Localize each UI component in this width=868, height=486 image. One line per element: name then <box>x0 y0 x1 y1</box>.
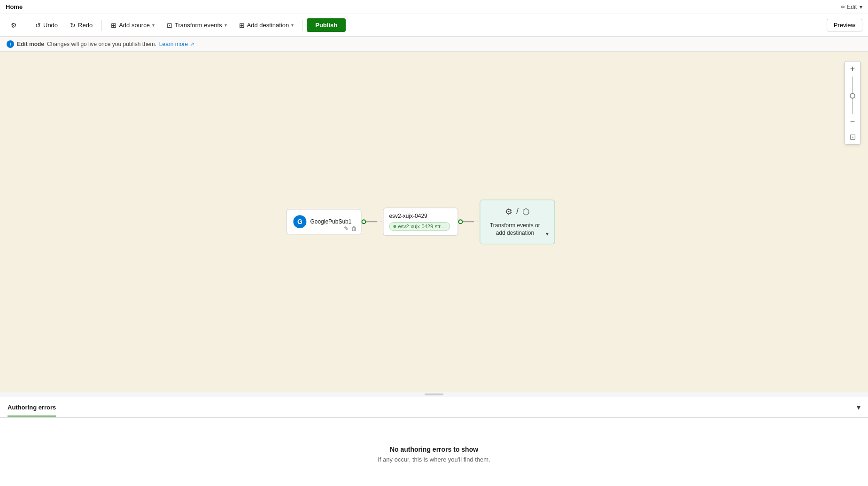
event-title: esv2-xujx-0429 <box>389 213 452 220</box>
publish-button[interactable]: Publish <box>307 18 346 32</box>
bottom-panel: Authoring errors ▾ No authoring errors t… <box>0 397 868 486</box>
connector-2: → <box>458 219 480 225</box>
no-errors-label: No authoring errors to show <box>390 446 478 453</box>
connector-1: → <box>361 219 383 225</box>
preview-button[interactable]: Preview <box>827 19 862 31</box>
connector-line-2 <box>463 222 474 223</box>
transform-chevron-down[interactable]: ▾ <box>546 231 549 237</box>
redo-button[interactable]: ↻ Redo <box>65 19 98 32</box>
settings-icon: ⚙ <box>11 22 17 29</box>
add-destination-button[interactable]: ⊞ Add destination ▾ <box>234 19 299 32</box>
collapse-panel-icon[interactable]: ▾ <box>857 403 860 412</box>
add-source-icon: ⊞ <box>111 22 116 29</box>
separator: / <box>516 207 519 216</box>
add-source-chevron: ▾ <box>152 23 155 28</box>
source-node-actions: ✎ 🗑 <box>344 226 357 232</box>
export-icon: ⬡ <box>522 207 530 217</box>
toolbar-divider-2 <box>101 20 102 31</box>
connector-line-1 <box>366 222 377 223</box>
redo-label: Redo <box>78 22 93 29</box>
title-bar-right: ✏ Edit ▾ <box>841 4 862 10</box>
transform-chevron: ▾ <box>225 23 227 28</box>
bottom-panel-header: Authoring errors ▾ <box>0 397 868 418</box>
add-source-label: Add source <box>119 22 150 29</box>
drag-handle <box>425 393 443 395</box>
settings-button[interactable]: ⚙ <box>6 19 22 32</box>
zoom-out-button[interactable]: − <box>845 114 860 129</box>
toolbar-divider-3 <box>302 20 303 31</box>
zoom-slider-thumb <box>850 93 855 99</box>
zoom-fit-button[interactable]: ⊡ <box>845 129 860 144</box>
transform-icons: ⚙ / ⬡ <box>505 207 530 217</box>
event-node[interactable]: esv2-xujx-0429 esv2-xujx-0429-str.... <box>383 208 458 236</box>
transform-events-label: Transform events <box>175 22 222 29</box>
edit-label[interactable]: ✏ Edit <box>841 4 857 10</box>
flow-diagram: G GooglePubSub1 ✎ 🗑 → esv2-xujx-0429 esv… <box>286 200 555 245</box>
source-label: GooglePubSub1 <box>310 219 351 225</box>
learn-more-icon: ↗ <box>190 41 194 47</box>
add-source-button[interactable]: ⊞ Add source ▾ <box>106 19 160 32</box>
transform-icon: ⊡ <box>167 22 172 29</box>
canvas: + − ⊡ G GooglePubSub1 ✎ 🗑 → <box>0 52 868 392</box>
delete-node-icon[interactable]: 🗑 <box>351 226 357 232</box>
transform-label: Transform events or add destination <box>486 222 544 238</box>
connector-dot-2 <box>458 220 463 224</box>
zoom-slider-track <box>852 77 853 114</box>
undo-icon: ↺ <box>35 22 41 29</box>
source-node[interactable]: G GooglePubSub1 ✎ 🗑 <box>286 209 361 235</box>
transform-destination-node[interactable]: ⚙ / ⬡ Transform events or add destinatio… <box>480 200 555 245</box>
toolbar: ⚙ ↺ Undo ↻ Redo ⊞ Add source ▾ ⊡ Transfo… <box>0 14 868 37</box>
event-tag-text: esv2-xujx-0429-str.... <box>398 224 446 230</box>
drag-handle-area[interactable] <box>0 392 868 397</box>
edit-mode-description: Changes will go live once you publish th… <box>47 41 156 47</box>
learn-more-link[interactable]: Learn more ↗ <box>159 41 194 47</box>
edit-mode-bar: i Edit mode Changes will go live once yo… <box>0 37 868 52</box>
undo-label: Undo <box>43 22 58 29</box>
edit-chevron: ▾ <box>860 4 862 10</box>
authoring-errors-title: Authoring errors <box>8 404 56 417</box>
arrow-1: → <box>377 219 383 225</box>
gear-icon: ⚙ <box>505 207 512 217</box>
title-bar: Home ✏ Edit ▾ <box>0 0 868 14</box>
zoom-controls: + − ⊡ <box>845 61 860 145</box>
add-destination-chevron: ▾ <box>291 23 294 28</box>
no-errors-sub: If any occur, this is where you'll find … <box>378 456 490 463</box>
toolbar-divider-1 <box>26 20 26 31</box>
event-tag: esv2-xujx-0429-str.... <box>389 223 450 231</box>
connector-dot-1 <box>361 220 366 224</box>
transform-events-button[interactable]: ⊡ Transform events ▾ <box>162 19 232 32</box>
edit-mode-label: Edit mode <box>17 41 44 47</box>
page-title: Home <box>6 3 23 10</box>
redo-icon: ↻ <box>70 22 76 29</box>
arrow-2: → <box>474 219 480 225</box>
bottom-panel-content: No authoring errors to show If any occur… <box>0 418 868 486</box>
add-destination-label: Add destination <box>247 22 289 29</box>
event-tag-dot <box>393 225 396 228</box>
source-icon: G <box>293 216 306 229</box>
zoom-in-button[interactable]: + <box>845 62 860 77</box>
info-icon: i <box>7 40 14 48</box>
zoom-fit-icon: ⊡ <box>850 132 856 141</box>
undo-button[interactable]: ↺ Undo <box>30 19 63 32</box>
add-destination-icon: ⊞ <box>239 22 245 29</box>
edit-node-icon[interactable]: ✎ <box>344 226 349 232</box>
